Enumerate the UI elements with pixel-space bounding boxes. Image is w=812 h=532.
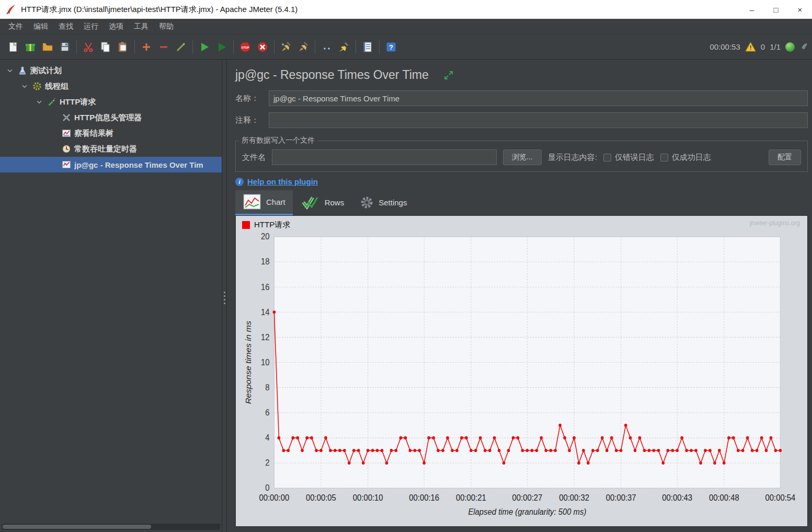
tree-item-http-header-manager[interactable]: HTTP信息头管理器: [0, 110, 222, 125]
start-icon[interactable]: [197, 39, 212, 55]
tree-item-response-times-over-time[interactable]: jp@gc - Response Times Over Tim: [0, 157, 222, 172]
response-times-chart-panel: jmeter-plugins.org HTTP请求 02468101214161…: [235, 215, 808, 527]
search-icon[interactable]: [319, 39, 335, 55]
configure-button[interactable]: 配置: [769, 149, 801, 165]
success-only-label: 仅成功日志: [672, 153, 711, 163]
svg-text:00:00:43: 00:00:43: [662, 493, 692, 502]
help-icon[interactable]: ?: [383, 39, 399, 55]
tree-item-view-results-tree[interactable]: 察看结果树: [0, 125, 222, 141]
menu-item-find[interactable]: 查找: [53, 20, 78, 33]
toolbar-separator: [379, 40, 380, 54]
expand-all-icon[interactable]: [139, 39, 154, 55]
comment-input[interactable]: [269, 112, 808, 128]
close-button[interactable]: ×: [788, 0, 812, 19]
tree-item-test-plan[interactable]: 测试计划: [0, 63, 222, 78]
tab-chart[interactable]: Chart: [235, 190, 293, 215]
comment-label: 注释：: [235, 115, 264, 125]
toolbar: STOP? 00:00:53 ! 0 1/1: [0, 34, 812, 60]
menu-item-run[interactable]: 运行: [78, 20, 104, 33]
expand-chevron-icon[interactable]: [20, 83, 29, 90]
toolbar-group-2: [81, 39, 131, 55]
listener-header: jp@gc - Response Times Over Time: [235, 68, 808, 82]
tab-rows[interactable]: Rows: [294, 191, 352, 215]
svg-text:?: ?: [389, 43, 393, 51]
browse-button[interactable]: 浏览...: [503, 149, 542, 165]
svg-text:6: 6: [265, 408, 269, 418]
menu-item-options[interactable]: 选项: [104, 20, 129, 33]
shutdown-icon[interactable]: [255, 39, 270, 55]
tab-label: Rows: [325, 198, 345, 207]
start-no-timers-icon[interactable]: [214, 39, 230, 55]
tree-horizontal-scrollbar[interactable]: [2, 524, 220, 530]
legend-swatch: [242, 221, 250, 229]
tree-item-http-request[interactable]: HTTP请求: [0, 94, 222, 110]
settings-tab-icon: [360, 195, 374, 210]
toolbar-group-9: ?: [383, 39, 399, 55]
svg-text:16: 16: [261, 282, 270, 292]
menu-item-file[interactable]: 文件: [3, 20, 28, 33]
toolbar-separator: [274, 40, 275, 54]
paste-icon[interactable]: [115, 39, 131, 55]
expand-chevron-icon[interactable]: [35, 98, 44, 106]
errors-only-checkbox[interactable]: [603, 154, 611, 161]
log-display-label: 显示日志内容:: [548, 153, 597, 163]
expand-view-icon[interactable]: [443, 70, 454, 80]
maximize-button[interactable]: □: [764, 0, 788, 19]
name-input[interactable]: [269, 90, 808, 106]
expand-chevron-icon[interactable]: [5, 67, 15, 74]
tree-item-constant-throughput-timer[interactable]: 常数吞吐量定时器: [0, 141, 222, 157]
tree-item-label: 察看结果树: [74, 129, 113, 138]
running-indicator-icon: [785, 42, 795, 52]
panel-splitter[interactable]: [222, 60, 227, 532]
info-icon: i: [235, 178, 244, 186]
plugins-watermark: jmeter-plugins.org: [750, 219, 800, 227]
toolbar-separator: [315, 40, 315, 54]
plugin-help-link[interactable]: Help on this plugin: [247, 177, 318, 186]
cut-icon[interactable]: [81, 39, 96, 55]
copy-icon[interactable]: [98, 39, 113, 55]
tree-item-label: 常数吞吐量定时器: [74, 144, 137, 154]
constant-throughput-timer-icon: [62, 144, 71, 154]
menu-item-help[interactable]: 帮助: [154, 20, 179, 33]
errors-only-option: 仅错误日志: [603, 153, 654, 163]
open-file-icon[interactable]: [40, 39, 55, 55]
tab-label: Chart: [266, 198, 285, 206]
success-only-checkbox[interactable]: [660, 154, 668, 161]
svg-text:00:00:10: 00:00:10: [353, 493, 383, 502]
scrollbar-thumb[interactable]: [3, 525, 151, 529]
name-label: 名称：: [235, 94, 264, 103]
toolbar-group-4: [197, 39, 230, 55]
svg-text:00:00:05: 00:00:05: [306, 493, 336, 502]
chart-legend: HTTP请求: [242, 220, 801, 230]
tab-label: Settings: [379, 198, 407, 207]
menu-item-edit[interactable]: 编辑: [28, 20, 53, 33]
svg-text:STOP: STOP: [242, 45, 249, 49]
function-helper-icon[interactable]: [360, 39, 375, 55]
clear-all-icon[interactable]: [295, 39, 311, 55]
tab-settings[interactable]: Settings: [352, 192, 414, 215]
toolbar-separator: [233, 40, 234, 54]
templates-icon[interactable]: [22, 39, 38, 55]
tree-item-thread-group[interactable]: 线程组: [0, 78, 222, 94]
tree-item-label: 线程组: [45, 82, 68, 91]
toggle-icon[interactable]: [173, 39, 189, 55]
minimize-button[interactable]: –: [740, 0, 764, 19]
svg-text:00:00:16: 00:00:16: [409, 493, 439, 502]
menu-item-tools[interactable]: 工具: [129, 20, 154, 33]
clear-icon[interactable]: [278, 39, 294, 55]
jmeter-window: HTTP请求.jmx (D:\install\jmeter\api-test\H…: [0, 0, 812, 532]
menu-bar: 文件编辑查找运行选项工具帮助: [0, 19, 812, 34]
name-row: 名称：: [235, 90, 808, 106]
svg-text:8: 8: [265, 383, 269, 392]
toolbar-status: 00:00:53 ! 0 1/1: [710, 40, 807, 54]
warning-icon[interactable]: !: [745, 42, 756, 52]
filename-input[interactable]: [272, 149, 497, 165]
reset-search-icon[interactable]: [336, 39, 352, 55]
stop-icon[interactable]: STOP: [237, 39, 253, 55]
new-file-icon[interactable]: [5, 39, 21, 55]
svg-text:00:00:54: 00:00:54: [765, 493, 796, 502]
collapse-all-icon[interactable]: [156, 39, 171, 55]
svg-text:00:00:37: 00:00:37: [606, 493, 636, 502]
save-icon[interactable]: [57, 39, 73, 55]
listener-config-panel: jp@gc - Response Times Over Time 名称： 注释：…: [227, 60, 812, 532]
